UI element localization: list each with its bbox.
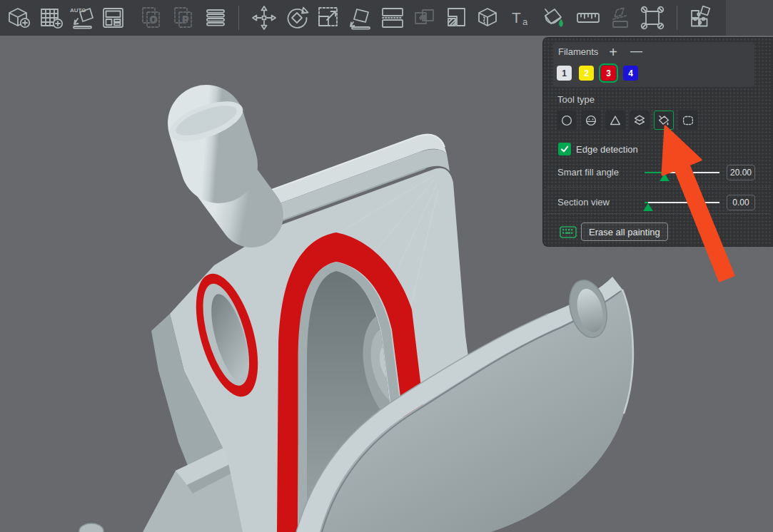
smart-fill-angle-thumb[interactable] — [660, 173, 670, 181]
move-icon[interactable] — [250, 4, 278, 32]
fill-tool-icon — [657, 113, 671, 128]
seam-painting-icon[interactable] — [474, 4, 502, 32]
smart-fill-angle-value[interactable]: 20.00 — [727, 165, 755, 180]
edge-detection-row[interactable]: Edge detection — [558, 143, 638, 155]
tool-fill-selected[interactable] — [654, 111, 674, 130]
color-region-icon[interactable] — [442, 4, 470, 32]
tool-height-range[interactable] — [630, 111, 650, 130]
tool-circle[interactable] — [557, 111, 577, 130]
section-view-thumb[interactable] — [643, 203, 653, 211]
triangle-tool-icon — [608, 113, 622, 128]
toolbar-separator — [677, 6, 677, 30]
separator — [547, 213, 770, 214]
fixture-icon[interactable] — [638, 4, 667, 32]
filament-chip-3-selected[interactable]: 3 — [601, 66, 616, 81]
variable-layers-icon[interactable] — [201, 4, 230, 32]
circle-tool-icon — [560, 113, 574, 128]
add-plate-icon[interactable] — [37, 4, 66, 32]
cut-icon[interactable] — [378, 4, 407, 32]
scale-icon[interactable] — [315, 4, 343, 32]
filament-chip-2[interactable]: 2 — [579, 66, 594, 81]
section-view-slider[interactable] — [645, 202, 719, 203]
text-tool-icon[interactable]: Ta — [506, 4, 535, 32]
check-icon — [560, 144, 570, 154]
svg-text:a: a — [522, 16, 528, 27]
color-painting-icon[interactable] — [538, 4, 567, 32]
split-to-parts-icon[interactable]: P — [169, 4, 198, 32]
arrange-icon[interactable] — [99, 4, 128, 32]
erase-all-painting-button[interactable]: Erase all painting — [581, 222, 668, 241]
svg-text:P: P — [183, 14, 189, 25]
rotate-icon[interactable] — [283, 4, 311, 32]
separator — [547, 187, 770, 188]
assembly-view-icon[interactable] — [687, 4, 715, 32]
tool-type-title: Tool type — [557, 94, 595, 105]
auto-orient-icon[interactable]: AUTO — [69, 4, 97, 32]
keyboard-shortcut-icon[interactable] — [560, 225, 577, 239]
toolbar-separator — [238, 6, 239, 30]
edge-detection-checkbox[interactable] — [558, 143, 571, 155]
svg-text:T: T — [512, 9, 521, 26]
add-object-icon[interactable] — [4, 4, 33, 32]
smart-fill-angle-label: Smart fill angle — [557, 167, 619, 178]
filament-chip-1[interactable]: 1 — [557, 66, 572, 81]
tool-sphere[interactable] — [581, 111, 601, 130]
tool-triangle[interactable] — [605, 111, 625, 130]
filaments-title: Filaments — [558, 46, 598, 57]
remove-filament-button[interactable]: — — [626, 43, 643, 60]
section-view-value[interactable]: 0.00 — [727, 195, 755, 210]
smart-fill-angle-slider[interactable] — [645, 172, 719, 173]
height-range-tool-icon — [632, 113, 647, 128]
filaments-section: Filaments + — 1 2 3 4 — [553, 42, 754, 87]
edge-detection-label: Edge detection — [576, 144, 638, 155]
color-painting-panel: Filaments + — 1 2 3 4 Tool type — [542, 37, 773, 247]
erase-row: Erase all painting — [560, 222, 668, 241]
section-view-label: Section view — [557, 197, 610, 208]
split-to-objects-icon[interactable]: O — [137, 4, 166, 32]
tool-gap-fill[interactable] — [678, 111, 698, 130]
place-on-face-icon[interactable] — [347, 4, 375, 32]
toolbar-right-spacer — [726, 0, 773, 36]
main-toolbar: AUTO O P Ta — [0, 0, 773, 36]
svg-text:O: O — [150, 14, 157, 25]
add-filament-button[interactable]: + — [605, 44, 622, 61]
filament-chip-4[interactable]: 4 — [623, 66, 638, 81]
mirror-icon[interactable] — [606, 4, 635, 32]
mesh-boolean-icon[interactable] — [410, 4, 439, 32]
gap-fill-tool-icon — [681, 113, 695, 128]
measure-icon[interactable] — [574, 4, 602, 32]
sphere-tool-icon — [584, 113, 598, 128]
